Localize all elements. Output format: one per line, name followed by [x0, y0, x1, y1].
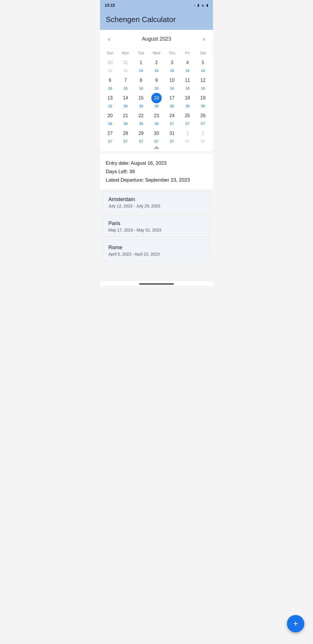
calendar-day[interactable]: 616 — [102, 74, 118, 92]
home-bar — [139, 283, 174, 285]
calendar-day[interactable]: 3116 — [118, 56, 133, 74]
calendar-day[interactable]: 2557 — [180, 109, 195, 127]
calendar-day-count: 16 — [154, 86, 159, 91]
calendar-day[interactable]: 1739 — [164, 92, 180, 109]
calendar-day[interactable]: 316 — [164, 56, 180, 74]
calendar-day-count: 57 — [170, 122, 174, 126]
month-nav: ‹ August 2023 › — [100, 30, 213, 48]
calendar-day[interactable]: 257 — [195, 127, 211, 145]
calendar-day-count: 57 — [108, 139, 112, 144]
calendar-day-count: 16 — [185, 86, 190, 91]
calendar-day-number: 14 — [120, 93, 131, 103]
calendar-day[interactable]: 1839 — [180, 92, 195, 109]
calendar-day[interactable]: 416 — [180, 56, 195, 74]
calendar-day[interactable]: 116 — [133, 56, 149, 74]
calendar-day-count: 16 — [201, 86, 205, 91]
calendar-day[interactable]: 716 — [118, 74, 133, 92]
calendar-day[interactable]: 3016 — [102, 56, 118, 74]
calendar-day[interactable]: 3157 — [164, 127, 180, 145]
collapse-calendar-button[interactable] — [154, 146, 159, 149]
trip-city: Amsterdam — [108, 196, 205, 202]
day-headers: Sun Mon Tue Wed Thu Fri Sat — [100, 48, 213, 56]
trips-section: AmsterdamJuly 12, 2023 - July 29, 2023Pa… — [100, 191, 213, 281]
trip-dates: May 17, 2023 - May 31, 2023 — [108, 228, 205, 232]
calendar-day-number: 1 — [182, 128, 193, 139]
calendar-day-count: 16 — [123, 86, 128, 91]
calendar-day-number: 31 — [167, 128, 177, 139]
wifi-icon: ▮ — [197, 3, 199, 7]
calendar-day[interactable]: 1116 — [180, 74, 195, 92]
prev-month-button[interactable]: ‹ — [106, 35, 112, 44]
calendar-day-number: 30 — [151, 128, 162, 139]
calendar-day-count: 57 — [170, 139, 174, 144]
calendar-day-number: 2 — [151, 57, 162, 68]
calendar-day-number: 12 — [198, 75, 208, 86]
calendar-day[interactable]: 1439 — [118, 92, 133, 109]
calendar-day[interactable]: 1216 — [195, 74, 211, 92]
calendar-day-count: 16 — [170, 86, 174, 91]
trip-card[interactable]: ParisMay 17, 2023 - May 31, 2023 — [103, 216, 210, 237]
calendar-day[interactable]: 157 — [180, 127, 195, 145]
calendar-day[interactable]: 2457 — [164, 109, 180, 127]
calendar-day[interactable]: 1639 — [149, 92, 164, 109]
calendar-day-count: 39 — [123, 122, 128, 126]
trip-city: Rome — [108, 245, 205, 251]
calendar-day[interactable]: 216 — [149, 56, 164, 74]
calendar-day-count: 16 — [108, 104, 112, 108]
calendar-day-number: 13 — [105, 93, 115, 103]
calendar-day-number: 17 — [167, 93, 177, 103]
battery-icon: ▮ — [206, 3, 208, 7]
calendar-day-count: 57 — [123, 139, 128, 144]
calendar-day[interactable]: 1316 — [102, 92, 118, 109]
calendar-day-number: 15 — [136, 93, 146, 103]
calendar-day-count: 16 — [108, 68, 112, 73]
trip-city: Paris — [108, 220, 205, 227]
calendar-day-number: 22 — [136, 111, 146, 121]
calendar-day-number: 6 — [105, 75, 115, 86]
calendar-day[interactable]: 2139 — [118, 109, 133, 127]
calendar-day-count: 39 — [139, 104, 143, 108]
calendar-day[interactable]: 3057 — [149, 127, 164, 145]
trip-card[interactable]: AmsterdamJuly 12, 2023 - July 29, 2023 — [103, 191, 210, 213]
calendar-day[interactable]: 2757 — [102, 127, 118, 145]
calendar-day[interactable]: 1939 — [195, 92, 211, 109]
location-icon: ○ — [194, 3, 196, 7]
calendar-day[interactable]: 916 — [149, 74, 164, 92]
day-header-sat: Sat — [195, 48, 211, 56]
status-time: 10:22 — [105, 3, 115, 8]
calendar-day-count: 39 — [139, 122, 143, 126]
trip-card[interactable]: RomeApril 5, 2023 - April 22, 2023 — [103, 240, 210, 261]
calendar-day-count: 16 — [154, 68, 159, 73]
calendar-day[interactable]: 2857 — [118, 127, 133, 145]
calendar-day-number: 2 — [198, 128, 208, 139]
calendar-day-number: 28 — [120, 128, 131, 139]
calendar-day-number: 18 — [182, 93, 193, 103]
calendar-day-count: 57 — [139, 139, 143, 144]
day-header-tue: Tue — [133, 48, 149, 56]
calendar-day[interactable]: 1539 — [133, 92, 149, 109]
calendar-day-count: 16 — [123, 68, 128, 73]
trip-dates: July 12, 2023 - July 29, 2023 — [108, 204, 205, 208]
calendar-day[interactable]: 2039 — [102, 109, 118, 127]
calendar-day-count: 16 — [185, 68, 190, 73]
entry-date-label: Entry date: August 16, 2023 — [106, 159, 207, 168]
day-header-wed: Wed — [149, 48, 164, 56]
next-month-button[interactable]: › — [201, 35, 207, 44]
calendar-day-count: 39 — [154, 104, 159, 108]
calendar-day[interactable]: 2657 — [195, 109, 211, 127]
calendar-day[interactable]: 816 — [133, 74, 149, 92]
status-icons: ○ ▮ ▲ ▮ — [194, 3, 208, 7]
latest-departure-label: Latest Departure: September 23, 2023 — [106, 176, 207, 184]
calendar-day[interactable]: 2239 — [133, 109, 149, 127]
calendar-day[interactable]: 516 — [195, 56, 211, 74]
calendar-day[interactable]: 2957 — [133, 127, 149, 145]
calendar-day[interactable]: 1016 — [164, 74, 180, 92]
app-title: Schengen Calculator — [106, 15, 207, 24]
calendar-day-count: 57 — [201, 122, 205, 126]
calendar-day-number: 30 — [105, 57, 115, 68]
up-arrow-row — [100, 145, 213, 151]
calendar-day-count: 16 — [170, 68, 174, 73]
calendar-day[interactable]: 2339 — [149, 109, 164, 127]
calendar-day-number: 25 — [182, 111, 193, 121]
calendar-day-number: 23 — [151, 111, 162, 121]
